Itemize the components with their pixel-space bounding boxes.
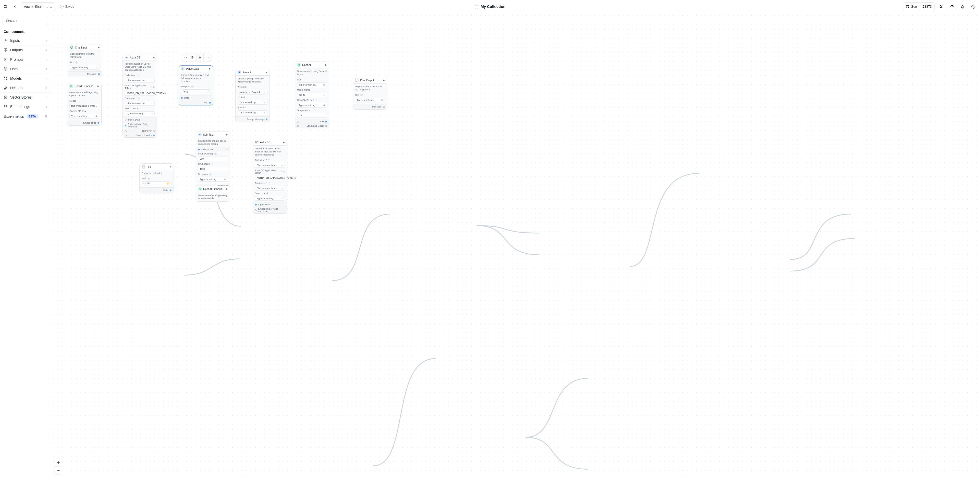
- openai-icon: ◎: [198, 187, 202, 191]
- sidebar-item-outputs[interactable]: Outputs›: [0, 45, 51, 55]
- settings-button[interactable]: [969, 3, 977, 11]
- output-port-label: Data: [163, 189, 168, 191]
- model-select[interactable]: gpt-4o⌄: [297, 93, 327, 97]
- play-icon[interactable]: ▶: [226, 188, 228, 190]
- search-input[interactable]: [5, 18, 50, 22]
- play-icon[interactable]: ▶: [153, 56, 155, 59]
- search-input-field[interactable]: Type something…⤢: [125, 112, 155, 116]
- expand-icon[interactable]: ⤢: [96, 66, 98, 69]
- api-key-input[interactable]: Type something…◉: [69, 114, 99, 118]
- edge: [526, 437, 588, 469]
- output-port[interactable]: [153, 135, 155, 136]
- play-icon[interactable]: ▶: [209, 67, 211, 70]
- sidebar-item-vector-stores[interactable]: Vector Stores›: [0, 92, 51, 102]
- context-input[interactable]: Type something…⤢: [238, 100, 267, 105]
- edge: [790, 239, 854, 271]
- play-icon[interactable]: ▶: [283, 141, 285, 143]
- node-parse-data[interactable]: {}Parse Data▶ Convert Data into plain te…: [179, 65, 213, 105]
- temperature-input[interactable]: 0.1: [297, 113, 327, 118]
- node-split-text[interactable]: ✂Split Text▶ Split text into chunks base…: [196, 131, 230, 189]
- question-input[interactable]: Type something…⤢: [238, 110, 267, 115]
- input-port[interactable]: [181, 97, 183, 99]
- discord-link-button[interactable]: [948, 3, 956, 11]
- play-icon[interactable]: ▶: [325, 64, 327, 66]
- database-select[interactable]: Choose an option…⌄: [125, 101, 155, 106]
- move-button[interactable]: ✥: [196, 54, 204, 61]
- node-astra-db[interactable]: DSAstra DB▶ Implementation of Vector Sto…: [123, 54, 157, 138]
- output-port[interactable]: [170, 190, 172, 191]
- template-input[interactable]: {text}⤢: [181, 89, 211, 94]
- field-label: Chunk Size: [198, 163, 210, 165]
- field-label: Collection: [125, 74, 135, 76]
- node-prompt[interactable]: ▣Prompt▶ Create a prompt template with d…: [235, 69, 270, 122]
- input-port[interactable]: [125, 119, 127, 121]
- token-input[interactable]: ASTRA_DB_APPLICATION_TOKEN◉: [125, 91, 155, 96]
- chunk-overlap-input[interactable]: 200: [198, 156, 228, 161]
- play-icon[interactable]: ▶: [170, 166, 172, 168]
- more-button[interactable]: ⋯: [204, 54, 210, 61]
- play-icon[interactable]: ▶: [383, 79, 385, 81]
- input-port[interactable]: [125, 124, 126, 126]
- output-port[interactable]: [209, 102, 211, 104]
- upload-file-icon[interactable]: 📁: [167, 182, 170, 185]
- input-port[interactable]: [255, 204, 257, 206]
- scissors-icon: ✂: [198, 133, 202, 136]
- path-input[interactable]: No file📁: [142, 181, 172, 186]
- back-button[interactable]: [11, 3, 19, 11]
- node-openai[interactable]: ◎OpenAI▶ Generates text using OpenAI LLM…: [295, 62, 329, 128]
- separator-input[interactable]: Type something…⊘: [198, 177, 228, 182]
- node-file[interactable]: 📄File▶ A generic file loader. Pathi No f…: [139, 163, 174, 193]
- output-port[interactable]: [97, 122, 99, 124]
- play-icon[interactable]: ▶: [97, 85, 99, 87]
- node-astra-db-2[interactable]: DSAstra DB▶ Implementation of Vector Sto…: [253, 139, 287, 214]
- text-input[interactable]: Type something…⊘: [355, 98, 385, 102]
- sidebar-item-models[interactable]: Models›: [0, 73, 51, 83]
- output-port[interactable]: [325, 125, 327, 127]
- zoom-in-button[interactable]: +: [55, 459, 62, 467]
- sidebar-item-prompts[interactable]: Prompts›: [0, 55, 51, 64]
- output-port[interactable]: [266, 118, 267, 120]
- play-icon[interactable]: ▶: [226, 133, 228, 136]
- input-port[interactable]: [198, 148, 200, 150]
- svg-rect-6: [4, 58, 7, 61]
- sidebar-item-inputs[interactable]: Inputs›: [0, 36, 51, 45]
- flow-canvas[interactable]: ⟨⟩ ✥ ⋯ 💬Chat Input▶ Get chat inputs from…: [51, 13, 980, 478]
- token-input[interactable]: ASTRA_DB_APPLICATION_TOKEN◉: [255, 176, 285, 180]
- play-icon[interactable]: ▶: [266, 71, 267, 73]
- api-key-input[interactable]: Type something…◉: [297, 103, 327, 107]
- chunk-size-input[interactable]: 1000: [198, 167, 228, 171]
- search-input-field[interactable]: Type something…⤢: [255, 196, 285, 201]
- github-star-button[interactable]: Star 23873: [903, 2, 935, 11]
- sidebar-item-experimental[interactable]: Experimental BETA ⇅: [0, 112, 51, 121]
- node-openai-embeddings-2[interactable]: ◎OpenAI Embeddings▶ Generate embeddings …: [196, 186, 230, 202]
- code-button[interactable]: ⟨⟩: [182, 54, 189, 61]
- sidebar-item-helpers[interactable]: Helpers›: [0, 83, 51, 92]
- collection-select[interactable]: Choose an option…⌄: [125, 78, 155, 83]
- play-icon[interactable]: ▶: [98, 46, 100, 49]
- notifications-button[interactable]: [959, 3, 967, 11]
- node-chat-input[interactable]: 💬Chat Input▶ Get chat inputs from the Pl…: [68, 44, 102, 77]
- x-link-button[interactable]: [937, 3, 945, 11]
- output-port[interactable]: [383, 106, 385, 108]
- output-port[interactable]: [98, 73, 100, 75]
- collection-select[interactable]: Choose an option…⌄: [255, 163, 285, 167]
- project-select[interactable]: Vector Store … ⌄: [21, 2, 56, 11]
- node-chat-output[interactable]: 💬Chat Output▶ Display a chat message in …: [353, 77, 387, 110]
- zoom-out-button[interactable]: −: [55, 467, 62, 474]
- edge: [184, 259, 240, 275]
- input-port[interactable]: [255, 209, 256, 211]
- settings-button[interactable]: [189, 54, 196, 61]
- template-input[interactable]: {context} --- Given the context above, a…: [238, 90, 267, 94]
- output-port[interactable]: [325, 121, 327, 123]
- eye-icon[interactable]: ◉: [95, 115, 97, 118]
- database-select[interactable]: Choose an option…⌄: [255, 186, 285, 191]
- output-port[interactable]: [153, 130, 155, 132]
- node-openai-embeddings[interactable]: ◎OpenAI Embeddings▶ Generate embeddings …: [67, 83, 102, 126]
- sidebar-item-embeddings[interactable]: Embeddings›: [0, 102, 51, 112]
- input-field[interactable]: Type something…⊘: [297, 83, 327, 87]
- info-icon: i: [191, 86, 194, 88]
- model-select[interactable]: text-embedding-3-small⌄: [69, 104, 99, 108]
- sidebar-item-data[interactable]: Data›: [0, 64, 51, 73]
- search-field[interactable]: [3, 16, 48, 25]
- text-input[interactable]: Type something…⤢: [70, 65, 100, 70]
